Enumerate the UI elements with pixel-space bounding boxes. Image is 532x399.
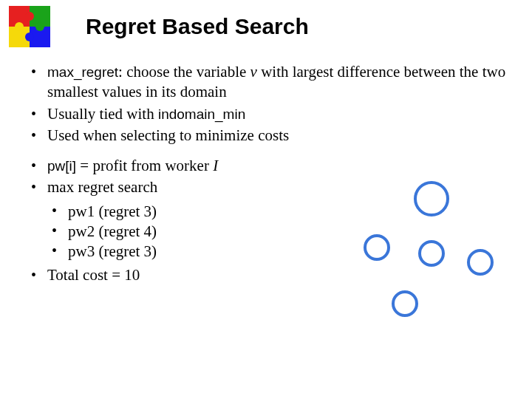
svg-point-7	[15, 22, 24, 31]
svg-point-5	[35, 22, 44, 31]
node-circle-icon	[414, 181, 449, 216]
node-circle-icon	[418, 240, 445, 267]
bullet-item: pw[i] = profit from worker I	[30, 156, 510, 176]
code-text: max_regret	[47, 64, 118, 80]
code-text: indomain_min	[158, 106, 245, 122]
var-text: I	[213, 157, 218, 174]
bullet-item: Usually tied with indomain_min	[30, 104, 510, 124]
slide-header: Regret Based Search	[0, 0, 532, 47]
puzzle-logo-icon	[9, 6, 50, 47]
svg-point-4	[25, 12, 34, 21]
bullet-item: max_regret: choose the variable v with l…	[30, 62, 510, 103]
diagram-circles	[347, 181, 510, 329]
node-circle-icon	[364, 234, 390, 261]
bullet-item: Used when selecting to minimize costs	[30, 126, 510, 146]
var-text: v	[250, 63, 257, 81]
code-text: pw[i]	[47, 158, 76, 174]
svg-point-6	[25, 33, 34, 41]
node-circle-icon	[392, 290, 418, 317]
slide-title: Regret Based Search	[86, 14, 309, 39]
bullet-list: max_regret: choose the variable v with l…	[30, 62, 510, 146]
node-circle-icon	[467, 249, 494, 276]
